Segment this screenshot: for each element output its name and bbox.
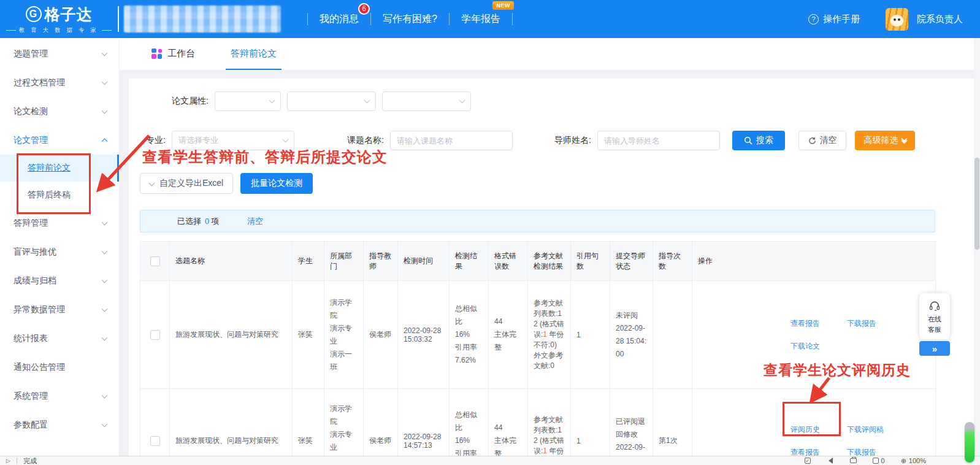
sidebar-item-paper-management[interactable]: 论文管理 (0, 126, 119, 155)
chevron-down-icon (102, 79, 108, 85)
online-service-widget: 在线 客服 » (919, 293, 950, 356)
chevron-down-icon (364, 98, 370, 104)
table-row: 旅游发展现状、问题与对策研究 张笑 演示学院演示专业演示一班 侯老师 (140, 389, 936, 465)
sidebar-item-pre-defense-paper[interactable]: 答辩前论文 (0, 155, 119, 182)
download-review-draft-link[interactable]: 下载评阅稿 (847, 425, 884, 435)
filter-row-paper-attr: 论文属性: (129, 91, 974, 112)
col-department: 所属部门 (324, 242, 364, 281)
filter-row-search: 专业: 请选择专业 课题名称: 导师姓名: (129, 130, 974, 151)
paper-attr-label: 论文属性: (161, 96, 215, 107)
chevron-down-icon (102, 219, 108, 225)
col-guide-count: 指导次数 (653, 242, 692, 281)
row-checkbox[interactable] (150, 330, 160, 340)
export-excel-button[interactable]: 自定义导出Excel (140, 173, 233, 194)
cell-format-errors: 44主体完整 (489, 281, 528, 389)
sidebar-item-parameter-config[interactable]: 参数配置 (0, 410, 119, 439)
manual-button[interactable]: ? 操作手册 (808, 13, 860, 25)
chevron-down-icon (102, 334, 108, 340)
chevron-down-icon (102, 306, 108, 312)
download-paper-link[interactable]: 下载论文 (791, 341, 820, 352)
selected-count: 0 (205, 217, 209, 226)
sidebar-item-topic-management[interactable]: 选题管理 (0, 39, 119, 68)
col-check-result: 检测结果 (450, 242, 489, 281)
vertical-scrollbar (974, 38, 980, 456)
cell-department: 演示学院演示专业演示一班 (324, 389, 364, 465)
papers-table: 选题名称 学生 所属部门 指导教师 检测时间 检测结果 格式错误数 参考文献检测… (140, 241, 936, 465)
collapse-widget-button[interactable]: » (919, 341, 950, 356)
row-checkbox[interactable] (150, 436, 160, 446)
review-history-link[interactable]: 评阅历史 (791, 425, 820, 435)
topic-name-input[interactable] (390, 131, 513, 150)
paper-attr-select-2[interactable] (287, 91, 376, 111)
zoom-level: 100% (909, 457, 926, 464)
col-student: 学生 (293, 242, 324, 281)
major-select[interactable]: 请选择专业 (172, 131, 294, 150)
status-bar-icons: ✓ 0 ⊕ 100% (805, 457, 974, 465)
chevron-down-icon (283, 137, 289, 143)
top-header: G 格子达 教 育 大 数 据 专 家 我的消息 6 写作有困难? 学年报告 N… (0, 0, 980, 38)
view-report-link[interactable]: 查看报告 (791, 318, 820, 329)
tab-pre-defense-paper[interactable]: 答辩前论文 (226, 38, 281, 70)
paper-attr-select-3[interactable] (382, 91, 471, 111)
cell-tutor-status: 已评阅退回修改2022-09-28 (610, 389, 653, 465)
logo-name: 格子达 (45, 4, 93, 25)
tab-workbench[interactable]: 工作台 (147, 38, 200, 70)
sidebar-item-notice-management[interactable]: 通知公告管理 (0, 353, 119, 382)
nav-writing-help[interactable]: 写作有困难? (381, 10, 438, 28)
clear-button[interactable]: 清空 (798, 131, 846, 150)
cell-check-result: 总相似比16% 引用率7.62% (450, 389, 489, 465)
table-row: 旅游发展现状、问题与对策研究 张笑 演示学院演示专业演示一班 侯老师 (140, 281, 936, 389)
download-report-link[interactable]: 下载报告 (847, 318, 876, 329)
sidebar-item-process-docs[interactable]: 过程文档管理 (0, 68, 119, 97)
cell-student: 张笑 (293, 389, 324, 465)
tutor-name-input[interactable] (597, 131, 720, 150)
chevron-up-icon (102, 139, 108, 145)
sidebar-item-grades-archive[interactable]: 成绩与归档 (0, 266, 119, 295)
nav-annual-report[interactable]: 学年报告 NEW (460, 10, 502, 28)
check-square-icon: ✓ (805, 458, 811, 464)
workbench-grid-icon (151, 48, 162, 59)
chevron-down-icon (102, 421, 108, 427)
zoom-control[interactable]: ⊕ 100% (901, 457, 926, 465)
sidebar-item-statistics-report[interactable]: 统计报表 (0, 324, 119, 353)
paper-attr-select-1[interactable] (215, 91, 281, 111)
sidebar-item-blind-review[interactable]: 盲评与推优 (0, 237, 119, 266)
browser-status-bar: ▷ 完成 ✓ 0 ⊕ 100% (0, 456, 980, 465)
cell-reference-result: 参考文献列表数:12 (格式错误:1 年份不符:0) 外文参考文献:0 (528, 281, 571, 389)
select-all-checkbox[interactable] (150, 256, 160, 266)
sidebar-item-paper-check[interactable]: 论文检测 (0, 97, 119, 126)
nav-separator (449, 13, 450, 25)
sidebar-item-post-defense-final[interactable]: 答辩后终稿 (0, 182, 119, 209)
nav-separator (370, 13, 371, 25)
printer-icon (850, 458, 857, 463)
sidebar-item-abnormal-data[interactable]: 异常数据管理 (0, 295, 119, 324)
toolbar-row: 自定义导出Excel 批量论文检测 (129, 173, 974, 194)
avatar[interactable] (886, 8, 908, 31)
nav-messages[interactable]: 我的消息 6 (318, 10, 360, 28)
redacted-school-name (124, 6, 281, 33)
cursor-icon: ▷ (6, 458, 10, 464)
cell-topic: 旅游发展现状、问题与对策研究 (170, 389, 293, 465)
chevron-down-icon (102, 277, 108, 283)
cell-teacher: 侯老师 (364, 281, 398, 389)
advanced-filter-button[interactable]: 高级筛选 (855, 131, 915, 150)
logo-g-icon: G (26, 6, 42, 22)
double-chevron-down-icon (902, 139, 906, 143)
col-reference-result: 参考文献检测结果 (528, 242, 571, 281)
content-panel: 论文属性: 专业: 请选择专业 课题名称: (129, 79, 974, 465)
headset-icon (928, 299, 941, 312)
search-button[interactable]: 搜索 (732, 131, 785, 150)
online-service-button[interactable]: 在线 客服 (919, 293, 950, 339)
sidebar: 选题管理 过程文档管理 论文检测 论文管理 答辩前论文 答辩后终稿 答辩管理 盲… (0, 38, 120, 465)
chevron-down-icon (149, 180, 155, 186)
batch-check-button[interactable]: 批量论文检测 (240, 173, 313, 194)
brand-logo: G 格子达 教 育 大 数 据 专 家 (0, 4, 118, 34)
sidebar-item-defense-management[interactable]: 答辩管理 (0, 209, 119, 237)
question-circle-icon: ? (808, 14, 819, 25)
scrollbar-thumb[interactable] (974, 158, 979, 250)
sidebar-item-system-management[interactable]: 系统管理 (0, 382, 119, 410)
chevron-down-icon (102, 392, 108, 398)
speaker-icon (825, 458, 833, 464)
clear-selection-link[interactable]: 清空 (247, 216, 263, 227)
selection-bar: 已选择 0 项 清空 (140, 210, 935, 233)
